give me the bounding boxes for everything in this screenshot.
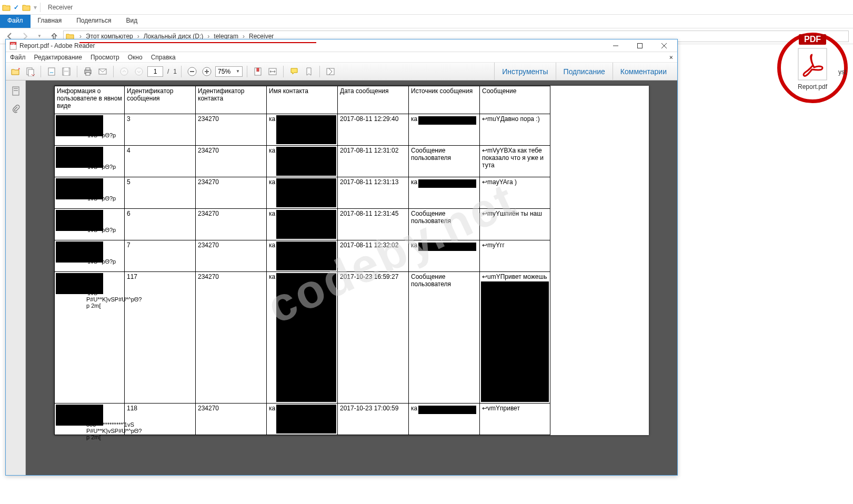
cell-user-info: '1vS ^pΘ?p bbox=[55, 209, 125, 240]
page-up-button[interactable] bbox=[118, 65, 131, 78]
table-row: '1vS ^pΘ?p5234270ка2017-08-11 12:31:13ка… bbox=[55, 177, 550, 209]
menu-help[interactable]: Справка bbox=[151, 54, 176, 61]
cell-message: ↩umYПривет можешь bbox=[480, 272, 550, 404]
ribbon-tab-home[interactable]: Главная bbox=[31, 15, 69, 28]
qat-dropdown-icon[interactable]: ▾ bbox=[34, 4, 37, 11]
save-button[interactable] bbox=[60, 65, 73, 78]
cell-source: Сообщение пользователя bbox=[409, 209, 480, 240]
cell-date: 2017-10-23 16:59:27 bbox=[338, 272, 409, 404]
cell-contact-id: 234270 bbox=[196, 404, 267, 435]
cell-source: ка bbox=[409, 240, 480, 272]
cell-contact-id: 234270 bbox=[196, 240, 267, 272]
cell-source: ка bbox=[409, 114, 480, 146]
cell-contact-name: ка bbox=[267, 114, 338, 146]
cell-date: 2017-08-11 12:31:02 bbox=[338, 146, 409, 177]
print-button[interactable] bbox=[82, 65, 94, 78]
cell-contact-name: ка bbox=[267, 404, 338, 435]
cell-contact-id: 234270 bbox=[196, 146, 267, 177]
cell-contact-id: 234270 bbox=[196, 272, 267, 404]
cell-contact-name: ка bbox=[267, 146, 338, 177]
maximize-button[interactable] bbox=[628, 40, 652, 52]
svg-rect-8 bbox=[64, 68, 68, 70]
cell-msg-id: 117 bbox=[125, 272, 196, 404]
page-down-button[interactable] bbox=[133, 65, 145, 78]
cell-msg-id: 4 bbox=[125, 146, 196, 177]
menu-window[interactable]: Окно bbox=[128, 54, 143, 61]
cell-source: Сообщение пользователя bbox=[409, 146, 480, 177]
page-viewport[interactable]: Информация о пользователе в явном видеИд… bbox=[26, 80, 677, 475]
svg-rect-20 bbox=[327, 68, 334, 75]
close-button[interactable] bbox=[652, 40, 676, 52]
bookmark-button[interactable] bbox=[252, 65, 264, 78]
cell-message: ↩vmYпривет bbox=[480, 404, 550, 435]
folder-icon bbox=[22, 4, 31, 11]
cell-date: 2017-10-23 17:00:59 bbox=[338, 404, 409, 435]
cell-message: ↩muYДавно пора :) bbox=[480, 114, 550, 146]
highlight-button[interactable] bbox=[303, 65, 315, 78]
table-row: '1vS ^pΘ?p4234270ка2017-08-11 12:31:02Со… bbox=[55, 146, 550, 177]
ribbon-tab-share[interactable]: Поделиться bbox=[69, 15, 118, 28]
table-row: '1vS P#U**K}vSP#U*^pΘ?p 2m[117234270ка20… bbox=[55, 272, 550, 404]
truncated-text: yst bbox=[838, 68, 853, 76]
desktop-pdf-label: Report.pdf bbox=[798, 83, 827, 90]
desktop-pdf-shortcut[interactable]: PDF Report.pdf bbox=[777, 33, 848, 103]
ribbon-tab-file[interactable]: Файл bbox=[0, 15, 31, 28]
page-current-input[interactable] bbox=[147, 66, 163, 77]
cell-user-info: '1vS P#U**K}vSP#U*^pΘ?p 2m[ bbox=[55, 272, 125, 404]
page-separator: / bbox=[165, 68, 171, 75]
table-row: '1vS ^pΘ?p7234270ка2017-08-11 12:32:02ка… bbox=[55, 240, 550, 272]
svg-point-14 bbox=[121, 68, 128, 75]
minimize-button[interactable] bbox=[604, 40, 628, 52]
cell-date: 2017-08-11 12:31:45 bbox=[338, 209, 409, 240]
svg-rect-6 bbox=[48, 68, 55, 75]
table-header: Имя контакта bbox=[267, 86, 338, 114]
zoom-in-button[interactable] bbox=[200, 65, 213, 78]
attachments-icon[interactable] bbox=[11, 104, 21, 114]
email-button[interactable] bbox=[96, 65, 109, 78]
menubar-close-icon[interactable]: × bbox=[669, 54, 673, 61]
cell-msg-id: 7 bbox=[125, 240, 196, 272]
cell-contact-id: 234270 bbox=[196, 209, 267, 240]
sign-button[interactable] bbox=[45, 65, 58, 78]
cell-msg-id: 3 bbox=[125, 114, 196, 146]
read-mode-button[interactable] bbox=[324, 65, 337, 78]
fit-width-button[interactable] bbox=[266, 65, 279, 78]
open-button[interactable] bbox=[9, 65, 22, 78]
pdf-badge: PDF bbox=[799, 34, 826, 45]
comment-button[interactable] bbox=[288, 65, 300, 78]
ribbon-tab-view[interactable]: Вид bbox=[118, 15, 145, 28]
cell-contact-name: ка bbox=[267, 240, 338, 272]
sign-link[interactable]: Подписание bbox=[556, 63, 613, 80]
explorer-titlebar: ✓ ▾ Receiver bbox=[0, 0, 853, 15]
window-title: Receiver bbox=[48, 4, 73, 11]
adobe-reader-icon bbox=[794, 45, 831, 82]
svg-rect-11 bbox=[86, 68, 90, 70]
cell-user-info: 380************'1vS P#U**K}vSP#U*^pΘ?p 2… bbox=[55, 404, 125, 435]
reader-title: Report.pdf - Adobe Reader bbox=[19, 42, 95, 49]
table-header: Идентификатор сообщения bbox=[125, 86, 196, 114]
svg-rect-12 bbox=[86, 73, 90, 75]
svg-point-15 bbox=[135, 68, 143, 75]
zoom-out-button[interactable] bbox=[186, 65, 198, 78]
cell-contact-name: ка bbox=[267, 209, 338, 240]
cell-message: ↩mayYAга ) bbox=[480, 177, 550, 209]
menu-edit[interactable]: Редактирование bbox=[34, 54, 82, 61]
cell-source: ка bbox=[409, 177, 480, 209]
zoom-level-select[interactable]: 75%▼ bbox=[215, 66, 243, 77]
save-copy-button[interactable] bbox=[24, 65, 36, 78]
menu-view[interactable]: Просмотр bbox=[91, 54, 119, 61]
thumbnails-icon[interactable] bbox=[11, 86, 21, 96]
cell-contact-id: 234270 bbox=[196, 177, 267, 209]
cell-message: ↩myYгг bbox=[480, 240, 550, 272]
svg-rect-9 bbox=[64, 72, 68, 75]
table-header: Идентификатор контакта bbox=[196, 86, 267, 114]
comments-link[interactable]: Комментарии bbox=[613, 63, 674, 80]
menu-file[interactable]: Файл bbox=[10, 54, 26, 61]
table-header: Источник сообщения bbox=[409, 86, 480, 114]
report-table: Информация о пользователе в явном видеИд… bbox=[54, 86, 550, 435]
page-total: 1 bbox=[173, 68, 177, 75]
cell-contact-name: ка bbox=[267, 177, 338, 209]
tools-link[interactable]: Инструменты bbox=[494, 63, 555, 80]
table-row: '1vS ^pΘ?p3234270ка2017-08-11 12:29:40ка… bbox=[55, 114, 550, 146]
cell-date: 2017-08-11 12:31:13 bbox=[338, 177, 409, 209]
